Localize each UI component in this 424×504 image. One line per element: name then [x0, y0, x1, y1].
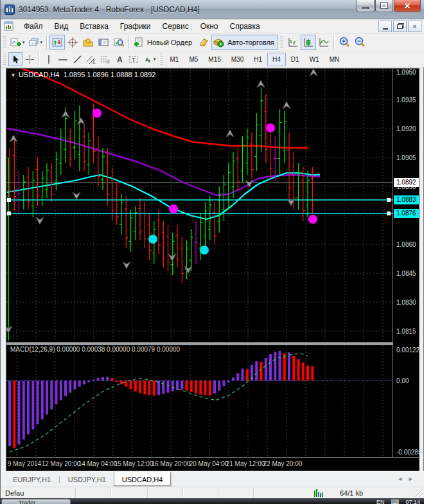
time-axis-label: 22 May 20:00 [263, 460, 303, 467]
timeframe-button-mn[interactable]: MN [324, 53, 345, 66]
price-axis-label: 1.0845 [396, 270, 416, 277]
price-axis-label: 1.0950 [396, 69, 416, 76]
toolbar-grip[interactable] [160, 53, 163, 66]
terminal-book-icon [98, 37, 109, 48]
timeframe-button-h1[interactable]: H1 [249, 53, 267, 66]
timeframe-bar: M1M5M15M30H1H4D1W1MN [165, 53, 345, 66]
new-chart-icon [10, 37, 21, 48]
svg-text:T: T [132, 57, 136, 63]
standard-toolbar: ▾ ▾ Новый Ордер Авт [1, 33, 424, 51]
menu-item-графики[interactable]: Графики [114, 20, 157, 33]
macd-header: MACD(12,26,9) 0.00000 0.00038 0.00000 0.… [10, 346, 180, 353]
toolbar-grip[interactable] [280, 36, 283, 49]
bar-chart-icon [288, 37, 298, 48]
market-watch-icon [52, 37, 62, 48]
time-axis-label: 14 May 04:00 [78, 460, 118, 467]
menu-item-сервис[interactable]: Сервис [157, 20, 195, 33]
chart-tab-usdjpy-h1[interactable]: USDJPY,H1 [60, 473, 114, 485]
new-chart-button[interactable]: ▾ [8, 35, 27, 50]
price-axis[interactable]: 1.09501.09351.09201.09051.08901.08601.08… [393, 69, 419, 457]
timeframe-button-m15[interactable]: M15 [203, 53, 225, 66]
timeframe-button-h4[interactable]: H4 [267, 53, 286, 66]
candlestick-mode-button[interactable] [301, 35, 316, 50]
price-chart-canvas[interactable] [6, 69, 393, 457]
cursor-tool-button[interactable] [8, 52, 22, 66]
child-close-button[interactable]: × [408, 21, 421, 32]
menu-item-вид[interactable]: Вид [49, 20, 75, 33]
menu-item-вставка[interactable]: Вставка [74, 20, 114, 33]
horizontal-line-tool-button[interactable] [56, 52, 70, 66]
label-tool-button[interactable]: T [127, 52, 141, 66]
title-bar: 3014953: MetaTrader 4 - RoboForex - [USD… [1, 0, 424, 19]
menu-bar: ФайлВидВставкаГрафикиСервисОкноСправка × [1, 19, 424, 33]
navigator-button[interactable] [80, 35, 96, 50]
metaeditor-button[interactable] [196, 35, 211, 50]
price-axis-label: 1.0830 [396, 299, 416, 306]
channel-tool-button[interactable]: E [84, 52, 98, 66]
header-collapse-icon[interactable]: ▼ [10, 72, 16, 78]
market-watch-button[interactable] [49, 35, 65, 50]
tray-clock[interactable]: 07:14 [405, 499, 420, 504]
timeframe-button-m5[interactable]: M5 [184, 53, 203, 66]
window-close-button[interactable]: ✕ [394, 0, 421, 12]
chart-tab-usdcad-h4[interactable]: USDCAD,H4 [114, 472, 172, 486]
app-logo-icon [4, 4, 15, 15]
vertical-line-icon [44, 55, 53, 64]
svg-text:F: F [107, 60, 110, 64]
menu-item-файл[interactable]: Файл [18, 20, 49, 33]
metatrader-window: 3014953: MetaTrader 4 - RoboForex - [USD… [0, 0, 424, 498]
chart-tab-bar: ◄► EURJPY,H1|USDJPY,H1USDCAD,H4 [1, 471, 424, 487]
bar-chart-mode-button[interactable] [285, 35, 301, 50]
data-window-button[interactable] [65, 35, 80, 50]
status-profile: Defau [5, 489, 24, 497]
chart-header: ▼USDCAD,H4 1.0895 1.0896 1.0888 1.0892 [10, 71, 155, 78]
zoom-in-button[interactable] [337, 35, 352, 50]
profiles-button[interactable]: ▾ [27, 35, 45, 50]
chevron-down-icon: ▾ [154, 57, 156, 62]
taskbar-app-button[interactable]: Trader [1, 499, 71, 504]
timeframe-button-m1[interactable]: M1 [165, 53, 184, 66]
resize-grip[interactable] [415, 489, 423, 498]
new-order-button[interactable]: Новый Ордер [132, 35, 196, 50]
price-axis-label: 1.0905 [396, 154, 416, 161]
line-chart-mode-button[interactable] [316, 35, 331, 50]
window-minimize-button[interactable] [357, 0, 375, 12]
time-axis-label: 16 May 20:00 [152, 460, 191, 467]
horizontal-line-icon [58, 55, 68, 64]
price-axis-label: 1.0860 [396, 241, 416, 248]
fibonacci-icon: F [100, 55, 110, 64]
strategy-tester-button[interactable] [111, 35, 127, 50]
tray-language[interactable]: EN [376, 499, 385, 504]
toolbar-separator [46, 35, 48, 50]
chart-window[interactable]: ▼USDCAD,H4 1.0895 1.0896 1.0888 1.0892 M… [6, 68, 420, 471]
toolbar-grip[interactable] [3, 53, 6, 66]
crosshair-tool-button[interactable] [22, 52, 37, 66]
level-price-box: 1.0876 [394, 209, 419, 218]
menu-item-окно[interactable]: Окно [195, 20, 224, 33]
chevron-down-icon: ▾ [22, 40, 25, 45]
timeframe-button-m30[interactable]: M30 [226, 53, 249, 66]
timeframe-button-d1[interactable]: D1 [286, 53, 305, 66]
child-restore-button[interactable] [393, 21, 407, 32]
text-tool-button[interactable]: A [112, 52, 127, 66]
fibonacci-tool-button[interactable]: F [98, 52, 112, 66]
time-axis[interactable]: 9 May 201412 May 20:0014 May 04:0015 May… [6, 457, 419, 471]
tab-scroll-left-icon: ◄ [397, 476, 408, 482]
autotrading-button[interactable]: Авто-торговля [211, 35, 278, 50]
svg-text:A: A [117, 55, 123, 64]
trendline-tool-button[interactable] [70, 52, 84, 66]
arrows-tool-button[interactable]: ▾ [141, 52, 158, 66]
vertical-line-tool-button[interactable] [42, 52, 56, 66]
window-maximize-button[interactable] [375, 0, 393, 12]
menu-item-справка[interactable]: Справка [224, 20, 266, 33]
chart-tab-eurjpy-h1[interactable]: EURJPY,H1 [5, 473, 58, 485]
tab-scroll-arrows[interactable]: ◄► [397, 476, 419, 482]
toolbar-grip[interactable] [3, 36, 6, 49]
timeframe-button-w1[interactable]: W1 [305, 53, 324, 66]
child-minimize-button[interactable] [378, 21, 392, 32]
zoom-out-button[interactable] [352, 35, 367, 50]
shapes-arrows-icon [143, 55, 152, 64]
text-icon: A [115, 55, 124, 64]
terminal-button[interactable] [96, 35, 111, 50]
tray-keyboard-icon[interactable]: ⌨ [391, 499, 399, 504]
